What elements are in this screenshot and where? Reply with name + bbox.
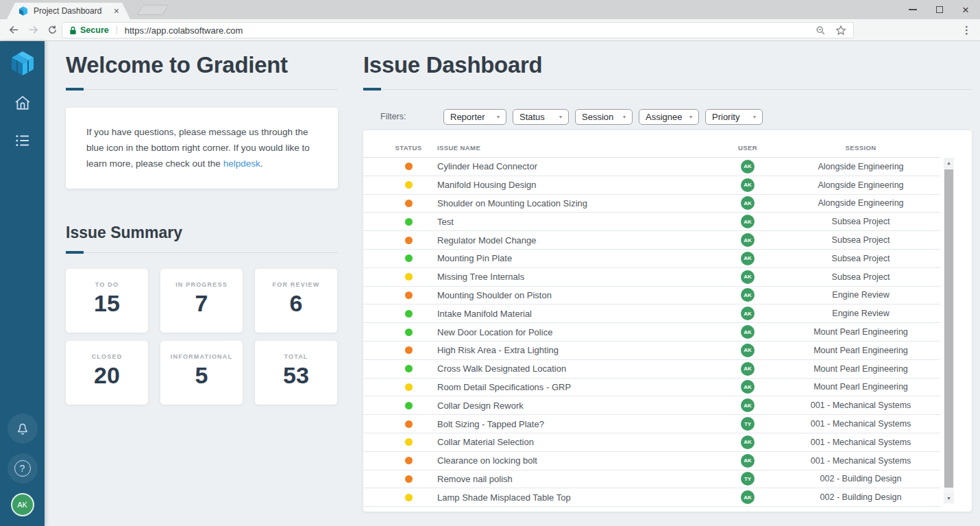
issue-name[interactable]: Manifold Housing Design	[429, 180, 717, 190]
status-dot	[405, 494, 413, 501]
user-avatar-badge: AK	[741, 178, 755, 192]
filter-assignee-dropdown[interactable]: Assignee▾	[639, 109, 699, 125]
issue-name[interactable]: Collar Design Rework	[429, 401, 717, 411]
refresh-icon[interactable]	[44, 22, 60, 38]
filter-status-dropdown[interactable]: Status▾	[513, 109, 569, 125]
table-row[interactable]: Remove nail polish TY 002 - Building Des…	[363, 470, 940, 489]
browser-menu-icon[interactable]: ⋮	[961, 19, 972, 41]
user-avatar-badge: AK	[741, 270, 755, 284]
app-window: ? AK Welcome to Gradient If you have que…	[0, 41, 980, 526]
session-name: Alongside Engineering	[779, 162, 943, 171]
question-mark-icon: ?	[14, 460, 31, 477]
help-button[interactable]: ?	[8, 453, 38, 483]
issue-table-header: STATUS ISSUE NAME USER SESSION	[363, 130, 940, 158]
issue-name[interactable]: Cross Walk Designated Location	[429, 363, 717, 374]
table-row[interactable]: Cylinder Head Connector AK Alongside Eng…	[363, 158, 940, 176]
table-row[interactable]: Shoulder on Mounting Location Sizing AK …	[363, 195, 940, 213]
issue-name[interactable]: Mounting Shoulder on Piston	[429, 290, 717, 300]
issue-name[interactable]: Remove nail polish	[429, 474, 717, 484]
status-dot	[405, 365, 413, 372]
issue-dashboard-panel: Issue Dashboard Filters: Reporter▾ Statu…	[363, 52, 972, 78]
new-tab-button[interactable]	[136, 5, 169, 15]
status-dot	[405, 254, 413, 262]
issue-name[interactable]: Missing Tree Internals	[429, 272, 717, 282]
session-name: 001 - Mechanical Systems	[779, 456, 943, 466]
table-row[interactable]: Mounting Pin Plate AK Subsea Project	[363, 250, 940, 268]
session-name: Subsea Project	[779, 254, 943, 263]
bookmark-star-icon[interactable]	[835, 25, 846, 36]
chevron-down-icon: ▾	[617, 114, 626, 120]
minimize-icon[interactable]	[909, 9, 917, 10]
scrollbar-thumb[interactable]	[944, 169, 953, 488]
issue-list-icon[interactable]	[14, 132, 32, 150]
gradient-logo-icon[interactable]	[9, 49, 36, 77]
filter-session-dropdown[interactable]: Session▾	[575, 109, 633, 125]
table-row[interactable]: Bolt Sizing - Tapped Plate? TY 001 - Mec…	[363, 415, 940, 433]
table-row[interactable]: New Door Location for Police AK Mount Pe…	[363, 323, 940, 342]
table-row[interactable]: Intake Manifold Material AK Engine Revie…	[363, 304, 940, 323]
scroll-up-icon[interactable]: ▲	[944, 158, 954, 168]
user-avatar-badge: AK	[741, 435, 755, 449]
favicon-cube-icon	[18, 5, 29, 16]
issue-name[interactable]: Shoulder on Mounting Location Sizing	[429, 198, 717, 208]
notifications-button[interactable]	[8, 414, 38, 444]
stat-card-total: TOTAL 53	[255, 341, 337, 405]
table-scrollbar[interactable]: ▲ ▼	[944, 158, 954, 503]
table-row[interactable]: Collar Material Selection AK 001 - Mecha…	[363, 433, 940, 452]
scroll-down-icon[interactable]: ▼	[944, 493, 954, 503]
table-row[interactable]: Cross Walk Designated Location AK Mount …	[363, 360, 940, 379]
url-text[interactable]: https://app.colabsoftware.com	[125, 25, 243, 36]
user-avatar-badge: AK	[741, 252, 755, 265]
table-row[interactable]: Test AK Subsea Project	[363, 213, 940, 231]
issue-name[interactable]: Lamp Shade Misplaced Table Top	[429, 492, 717, 503]
user-avatar[interactable]: AK	[11, 493, 34, 516]
status-dot	[405, 200, 413, 207]
status-dot	[405, 438, 413, 446]
table-row[interactable]: Regulator Model Change AK Subsea Project	[363, 231, 940, 250]
user-avatar-badge: TY	[741, 417, 755, 431]
filter-reporter-dropdown[interactable]: Reporter▾	[443, 109, 506, 125]
address-bar[interactable]: Secure https://app.colabsoftware.com	[62, 22, 854, 38]
window-close-icon[interactable]: ×	[962, 4, 969, 16]
stat-card-in-progress: IN PROGRESS 7	[160, 269, 243, 333]
issue-name[interactable]: Test	[429, 217, 717, 227]
forward-icon[interactable]	[25, 22, 41, 38]
issue-name[interactable]: Room Detail Specifications - GRP	[429, 382, 717, 392]
issue-name[interactable]: High Risk Area - Extra Lighting	[429, 345, 717, 355]
table-row[interactable]: Missing Tree Internals AK Subsea Project	[363, 268, 940, 287]
zoom-out-icon[interactable]	[816, 25, 826, 36]
window-controls: ×	[909, 0, 976, 19]
home-icon[interactable]	[13, 93, 32, 112]
issue-name[interactable]: Mounting Pin Plate	[429, 253, 717, 263]
table-row[interactable]: Lamp Shade Misplaced Table Top AK 002 - …	[363, 488, 940, 507]
table-row[interactable]: High Risk Area - Extra Lighting AK Mount…	[363, 342, 940, 360]
welcome-title: Welcome to Gradient	[66, 52, 338, 78]
table-row[interactable]: Room Detail Specifications - GRP AK Moun…	[363, 379, 940, 397]
user-avatar-badge: TY	[741, 472, 755, 486]
status-dot	[405, 383, 413, 391]
browser-toolbar: Secure https://app.colabsoftware.com ⋮	[0, 19, 980, 41]
secure-label: Secure	[80, 25, 109, 35]
issue-name[interactable]: Cylinder Head Connector	[429, 161, 717, 171]
filter-priority-dropdown[interactable]: Priority▾	[705, 109, 763, 125]
issue-name[interactable]: Regulator Model Change	[429, 235, 717, 246]
back-icon[interactable]	[5, 22, 22, 38]
table-row[interactable]: Mounting Shoulder on Piston AK Engine Re…	[363, 287, 940, 305]
column-header-issue-name: ISSUE NAME	[429, 144, 717, 152]
browser-tab[interactable]: Project Dashboard ×	[7, 3, 130, 19]
table-row[interactable]: Clearance on locking bolt AK 001 - Mecha…	[363, 452, 940, 470]
table-row[interactable]: Manifold Housing Design AK Alongside Eng…	[363, 176, 940, 195]
issue-name[interactable]: Bolt Sizing - Tapped Plate?	[429, 419, 717, 429]
stat-card-for-review: FOR REVIEW 6	[255, 269, 337, 333]
chevron-down-icon: ▾	[554, 114, 562, 120]
table-row[interactable]: Collar Design Rework AK 001 - Mechanical…	[363, 396, 940, 415]
maximize-icon[interactable]	[936, 6, 943, 13]
tab-close-icon[interactable]: ×	[114, 6, 119, 16]
issue-name[interactable]: New Door Location for Police	[429, 327, 717, 337]
issue-name[interactable]: Clearance on locking bolt	[429, 455, 717, 466]
issue-name[interactable]: Collar Material Selection	[429, 437, 717, 447]
status-dot	[405, 475, 413, 483]
helpdesk-link[interactable]: helpdesk	[223, 158, 260, 169]
sidebar: ? AK	[0, 41, 45, 526]
issue-name[interactable]: Intake Manifold Material	[429, 309, 717, 319]
